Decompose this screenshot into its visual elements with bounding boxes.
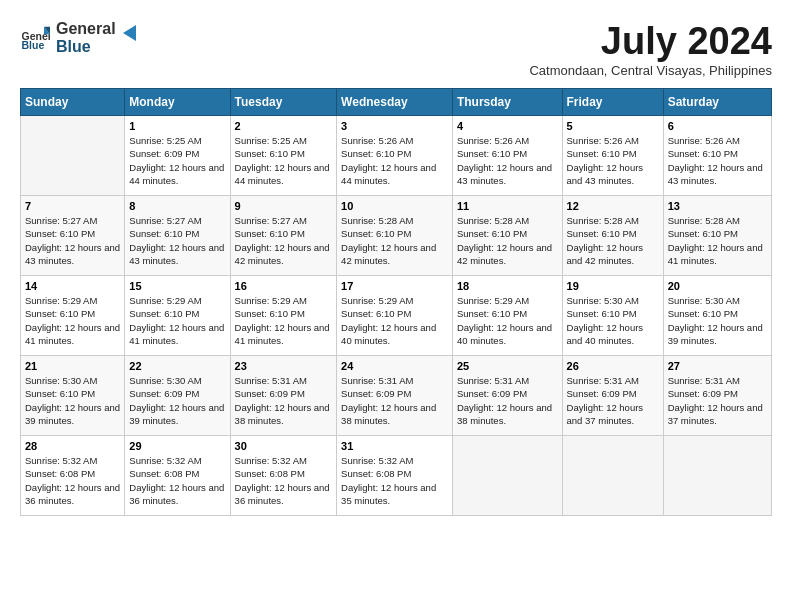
day-number: 19 xyxy=(567,280,659,292)
calendar-cell: 30 Sunrise: 5:32 AMSunset: 6:08 PMDaylig… xyxy=(230,436,337,516)
calendar-cell: 7 Sunrise: 5:27 AMSunset: 6:10 PMDayligh… xyxy=(21,196,125,276)
day-number: 28 xyxy=(25,440,120,452)
header-thursday: Thursday xyxy=(452,89,562,116)
calendar-cell: 3 Sunrise: 5:26 AMSunset: 6:10 PMDayligh… xyxy=(337,116,453,196)
week-row-4: 21 Sunrise: 5:30 AMSunset: 6:10 PMDaylig… xyxy=(21,356,772,436)
calendar-cell: 26 Sunrise: 5:31 AMSunset: 6:09 PMDaylig… xyxy=(562,356,663,436)
logo-general-text: General xyxy=(56,20,116,38)
calendar-cell xyxy=(452,436,562,516)
calendar-cell: 23 Sunrise: 5:31 AMSunset: 6:09 PMDaylig… xyxy=(230,356,337,436)
calendar-cell: 20 Sunrise: 5:30 AMSunset: 6:10 PMDaylig… xyxy=(663,276,771,356)
header-monday: Monday xyxy=(125,89,230,116)
cell-details: Sunrise: 5:31 AMSunset: 6:09 PMDaylight:… xyxy=(567,374,659,427)
logo: General Blue General Blue xyxy=(20,20,140,55)
day-number: 20 xyxy=(668,280,767,292)
calendar-cell: 10 Sunrise: 5:28 AMSunset: 6:10 PMDaylig… xyxy=(337,196,453,276)
day-number: 14 xyxy=(25,280,120,292)
calendar-cell: 5 Sunrise: 5:26 AMSunset: 6:10 PMDayligh… xyxy=(562,116,663,196)
calendar-cell: 6 Sunrise: 5:26 AMSunset: 6:10 PMDayligh… xyxy=(663,116,771,196)
day-number: 13 xyxy=(668,200,767,212)
month-year-title: July 2024 xyxy=(529,20,772,63)
cell-details: Sunrise: 5:29 AMSunset: 6:10 PMDaylight:… xyxy=(457,294,558,347)
calendar-cell: 19 Sunrise: 5:30 AMSunset: 6:10 PMDaylig… xyxy=(562,276,663,356)
header-saturday: Saturday xyxy=(663,89,771,116)
calendar-table: SundayMondayTuesdayWednesdayThursdayFrid… xyxy=(20,88,772,516)
calendar-cell: 13 Sunrise: 5:28 AMSunset: 6:10 PMDaylig… xyxy=(663,196,771,276)
calendar-cell: 11 Sunrise: 5:28 AMSunset: 6:10 PMDaylig… xyxy=(452,196,562,276)
cell-details: Sunrise: 5:31 AMSunset: 6:09 PMDaylight:… xyxy=(668,374,767,427)
cell-details: Sunrise: 5:26 AMSunset: 6:10 PMDaylight:… xyxy=(567,134,659,187)
day-number: 30 xyxy=(235,440,333,452)
day-number: 25 xyxy=(457,360,558,372)
calendar-cell: 1 Sunrise: 5:25 AMSunset: 6:09 PMDayligh… xyxy=(125,116,230,196)
week-row-5: 28 Sunrise: 5:32 AMSunset: 6:08 PMDaylig… xyxy=(21,436,772,516)
day-number: 31 xyxy=(341,440,448,452)
day-number: 29 xyxy=(129,440,225,452)
day-number: 9 xyxy=(235,200,333,212)
calendar-cell: 17 Sunrise: 5:29 AMSunset: 6:10 PMDaylig… xyxy=(337,276,453,356)
calendar-cell: 29 Sunrise: 5:32 AMSunset: 6:08 PMDaylig… xyxy=(125,436,230,516)
day-number: 11 xyxy=(457,200,558,212)
svg-text:Blue: Blue xyxy=(22,38,45,50)
calendar-cell: 15 Sunrise: 5:29 AMSunset: 6:10 PMDaylig… xyxy=(125,276,230,356)
cell-details: Sunrise: 5:28 AMSunset: 6:10 PMDaylight:… xyxy=(341,214,448,267)
cell-details: Sunrise: 5:29 AMSunset: 6:10 PMDaylight:… xyxy=(25,294,120,347)
calendar-cell: 16 Sunrise: 5:29 AMSunset: 6:10 PMDaylig… xyxy=(230,276,337,356)
calendar-header-row: SundayMondayTuesdayWednesdayThursdayFrid… xyxy=(21,89,772,116)
cell-details: Sunrise: 5:29 AMSunset: 6:10 PMDaylight:… xyxy=(341,294,448,347)
calendar-cell: 27 Sunrise: 5:31 AMSunset: 6:09 PMDaylig… xyxy=(663,356,771,436)
calendar-cell: 14 Sunrise: 5:29 AMSunset: 6:10 PMDaylig… xyxy=(21,276,125,356)
cell-details: Sunrise: 5:31 AMSunset: 6:09 PMDaylight:… xyxy=(235,374,333,427)
day-number: 5 xyxy=(567,120,659,132)
day-number: 3 xyxy=(341,120,448,132)
svg-marker-4 xyxy=(123,25,136,41)
logo-arrow-icon xyxy=(118,22,140,44)
calendar-cell: 12 Sunrise: 5:28 AMSunset: 6:10 PMDaylig… xyxy=(562,196,663,276)
cell-details: Sunrise: 5:25 AMSunset: 6:10 PMDaylight:… xyxy=(235,134,333,187)
cell-details: Sunrise: 5:25 AMSunset: 6:09 PMDaylight:… xyxy=(129,134,225,187)
day-number: 2 xyxy=(235,120,333,132)
cell-details: Sunrise: 5:28 AMSunset: 6:10 PMDaylight:… xyxy=(457,214,558,267)
calendar-cell: 2 Sunrise: 5:25 AMSunset: 6:10 PMDayligh… xyxy=(230,116,337,196)
week-row-2: 7 Sunrise: 5:27 AMSunset: 6:10 PMDayligh… xyxy=(21,196,772,276)
day-number: 15 xyxy=(129,280,225,292)
day-number: 24 xyxy=(341,360,448,372)
day-number: 26 xyxy=(567,360,659,372)
day-number: 27 xyxy=(668,360,767,372)
day-number: 4 xyxy=(457,120,558,132)
calendar-cell: 21 Sunrise: 5:30 AMSunset: 6:10 PMDaylig… xyxy=(21,356,125,436)
cell-details: Sunrise: 5:30 AMSunset: 6:10 PMDaylight:… xyxy=(25,374,120,427)
calendar-cell: 18 Sunrise: 5:29 AMSunset: 6:10 PMDaylig… xyxy=(452,276,562,356)
cell-details: Sunrise: 5:28 AMSunset: 6:10 PMDaylight:… xyxy=(567,214,659,267)
header-sunday: Sunday xyxy=(21,89,125,116)
logo-icon: General Blue xyxy=(20,23,50,53)
day-number: 21 xyxy=(25,360,120,372)
day-number: 17 xyxy=(341,280,448,292)
day-number: 12 xyxy=(567,200,659,212)
logo-blue-text: Blue xyxy=(56,38,116,56)
day-number: 16 xyxy=(235,280,333,292)
week-row-1: 1 Sunrise: 5:25 AMSunset: 6:09 PMDayligh… xyxy=(21,116,772,196)
cell-details: Sunrise: 5:32 AMSunset: 6:08 PMDaylight:… xyxy=(235,454,333,507)
calendar-cell: 9 Sunrise: 5:27 AMSunset: 6:10 PMDayligh… xyxy=(230,196,337,276)
week-row-3: 14 Sunrise: 5:29 AMSunset: 6:10 PMDaylig… xyxy=(21,276,772,356)
cell-details: Sunrise: 5:27 AMSunset: 6:10 PMDaylight:… xyxy=(129,214,225,267)
cell-details: Sunrise: 5:29 AMSunset: 6:10 PMDaylight:… xyxy=(235,294,333,347)
location-text: Catmondaan, Central Visayas, Philippines xyxy=(529,63,772,78)
cell-details: Sunrise: 5:26 AMSunset: 6:10 PMDaylight:… xyxy=(457,134,558,187)
calendar-cell: 4 Sunrise: 5:26 AMSunset: 6:10 PMDayligh… xyxy=(452,116,562,196)
cell-details: Sunrise: 5:32 AMSunset: 6:08 PMDaylight:… xyxy=(129,454,225,507)
cell-details: Sunrise: 5:32 AMSunset: 6:08 PMDaylight:… xyxy=(25,454,120,507)
cell-details: Sunrise: 5:26 AMSunset: 6:10 PMDaylight:… xyxy=(341,134,448,187)
day-number: 23 xyxy=(235,360,333,372)
cell-details: Sunrise: 5:28 AMSunset: 6:10 PMDaylight:… xyxy=(668,214,767,267)
header-tuesday: Tuesday xyxy=(230,89,337,116)
day-number: 18 xyxy=(457,280,558,292)
calendar-cell: 28 Sunrise: 5:32 AMSunset: 6:08 PMDaylig… xyxy=(21,436,125,516)
calendar-cell xyxy=(562,436,663,516)
day-number: 7 xyxy=(25,200,120,212)
calendar-cell: 31 Sunrise: 5:32 AMSunset: 6:08 PMDaylig… xyxy=(337,436,453,516)
day-number: 1 xyxy=(129,120,225,132)
title-section: July 2024 Catmondaan, Central Visayas, P… xyxy=(529,20,772,78)
cell-details: Sunrise: 5:29 AMSunset: 6:10 PMDaylight:… xyxy=(129,294,225,347)
